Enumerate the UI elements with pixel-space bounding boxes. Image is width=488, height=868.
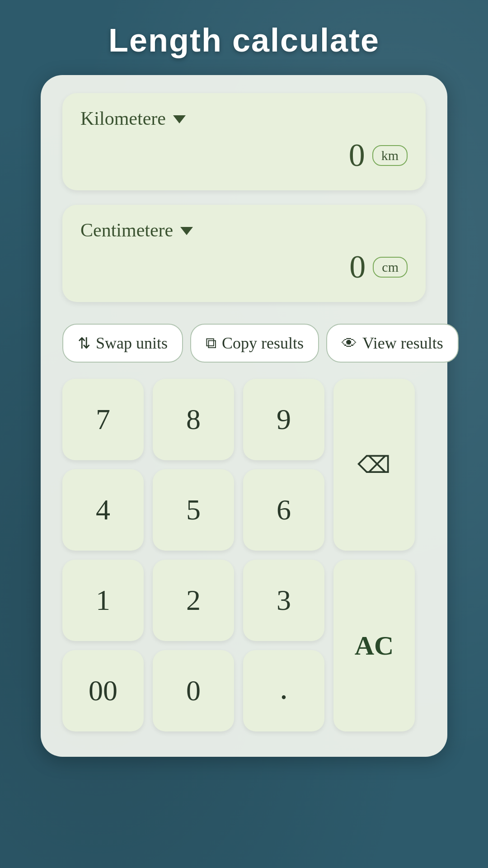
key-dot[interactable]: . [243,650,324,731]
unit2-badge: cm [373,257,408,278]
key-9[interactable]: 9 [243,379,324,460]
keypad-left-2: 1 2 3 00 0 . [62,560,324,731]
unit1-dropdown-icon[interactable] [173,115,186,123]
key-5[interactable]: 5 [153,469,234,551]
unit2-label: Centimetere [80,219,173,241]
unit1-badge: km [372,145,408,166]
keypad-left: 7 8 9 4 5 6 [62,379,324,551]
view-results-button[interactable]: 👁 View results [326,324,459,363]
swap-label: Swap units [96,334,168,353]
keypad-row-2: 1 2 3 00 0 . AC [62,560,426,731]
unit2-dropdown-icon[interactable] [180,227,193,235]
main-card: Kilometere 0 km Centimetere 0 cm ⇅ Swap … [41,75,447,757]
key-3[interactable]: 3 [243,560,324,641]
copy-label: Copy results [222,334,304,353]
key-4[interactable]: 4 [62,469,144,551]
key-0[interactable]: 0 [153,650,234,731]
backspace-icon: ⌫ [357,451,391,478]
page-title: Length calculate [0,0,488,75]
keypad-right-top: ⌫ [333,379,415,551]
backspace-button[interactable]: ⌫ [333,379,415,551]
view-label: View results [362,334,443,353]
swap-units-button[interactable]: ⇅ Swap units [62,324,183,363]
key-8[interactable]: 8 [153,379,234,460]
unit1-value: 0 [349,137,365,174]
swap-icon: ⇅ [78,334,90,352]
copy-icon: ⧉ [206,335,216,352]
key-2[interactable]: 2 [153,560,234,641]
action-buttons-row: ⇅ Swap units ⧉ Copy results 👁 View resul… [62,324,426,363]
unit1-box[interactable]: Kilometere 0 km [62,93,426,190]
keypad: 7 8 9 4 5 6 ⌫ 1 2 3 00 0 . [62,379,426,731]
key-00[interactable]: 00 [62,650,144,731]
view-icon: 👁 [342,335,357,352]
ac-button[interactable]: AC [333,560,415,731]
keypad-right-bottom: AC [333,560,415,731]
unit1-label: Kilometere [80,108,166,129]
unit2-value: 0 [349,248,366,286]
key-1[interactable]: 1 [62,560,144,641]
unit2-box[interactable]: Centimetere 0 cm [62,205,426,302]
copy-results-button[interactable]: ⧉ Copy results [190,324,319,363]
key-7[interactable]: 7 [62,379,144,460]
key-6[interactable]: 6 [243,469,324,551]
keypad-row-1: 7 8 9 4 5 6 ⌫ [62,379,426,551]
